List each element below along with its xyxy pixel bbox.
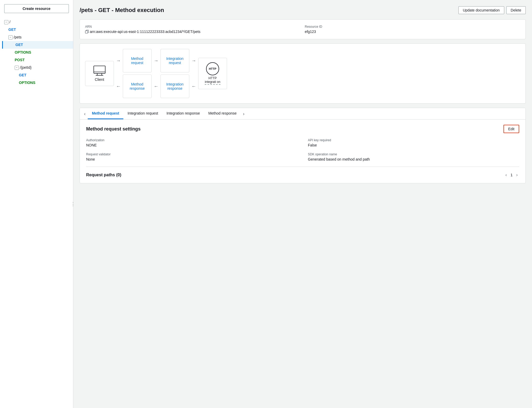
- page-number: 1: [511, 173, 513, 177]
- flow-diagram-card: Client → ← Methodrequest Methodresponse …: [80, 43, 526, 104]
- sdk-operation-label: SDK operation name: [308, 152, 519, 156]
- tree-label-pets-get: GET: [15, 42, 23, 48]
- tree-toggle-petid[interactable]: −: [15, 66, 19, 70]
- tree-item-pets[interactable]: − /pets: [2, 33, 73, 41]
- tree-item-root[interactable]: − /: [2, 18, 73, 26]
- tree-label-pets-post: POST: [15, 57, 25, 63]
- tree-toggle-root[interactable]: −: [4, 20, 8, 24]
- arn-section: ARN arn:aws:execute-api:us-east-1:111122…: [85, 25, 301, 34]
- method-response-label[interactable]: Methodresponse: [130, 82, 145, 90]
- client-monitor-icon: [93, 65, 106, 76]
- arrow-right-1: →: [114, 58, 123, 64]
- page-title: /pets - GET - Method execution: [80, 7, 164, 14]
- method-request-label[interactable]: Methodrequest: [131, 56, 143, 65]
- page-prev-button[interactable]: ‹: [504, 172, 508, 178]
- pagination: ‹ 1 ›: [504, 172, 519, 178]
- tree-item-pets-get[interactable]: GET: [2, 41, 73, 49]
- http-dashed-line: [205, 84, 221, 85]
- tree-item-petid[interactable]: − /{petId}: [2, 64, 73, 71]
- method-response-box[interactable]: Methodresponse: [123, 75, 152, 98]
- settings-section: Method request settings Edit Authorizati…: [80, 120, 525, 183]
- authorization-label: Authorization: [86, 138, 297, 142]
- main-content: /pets - GET - Method execution Update do…: [73, 0, 532, 408]
- tree-toggle-pets[interactable]: −: [8, 35, 13, 39]
- sdk-operation-value: Generated based on method and path: [308, 157, 519, 161]
- settings-title: Method request settings: [86, 126, 141, 132]
- client-box: Client: [85, 61, 114, 86]
- tab-method-response[interactable]: Method response: [204, 108, 241, 119]
- tree-item-pets-post[interactable]: POST: [2, 56, 73, 64]
- page-header: /pets - GET - Method execution Update do…: [80, 6, 526, 14]
- authorization-value: NONE: [86, 143, 297, 147]
- tabs-card: ‹ Method request Integration request Int…: [80, 108, 526, 183]
- tree-item-petid-options[interactable]: OPTIONS: [2, 79, 73, 87]
- arrow-col-2: → ←: [152, 49, 160, 98]
- client-label: Client: [95, 77, 104, 82]
- tab-method-request[interactable]: Method request: [88, 108, 123, 119]
- tree-label-root-get: GET: [8, 27, 16, 32]
- page-next-button[interactable]: ›: [515, 172, 519, 178]
- arrow-col-1: → ←: [114, 49, 123, 98]
- tab-next-button[interactable]: ›: [241, 111, 247, 116]
- resource-id-section: Resource ID efg123: [305, 25, 520, 34]
- authorization-item: Authorization NONE: [86, 138, 297, 147]
- integration-request-box[interactable]: Integrationrequest: [160, 49, 189, 72]
- tree-label-pets-options: OPTIONS: [15, 50, 31, 55]
- divider: [86, 167, 519, 167]
- arn-value: arn:aws:execute-api:us-east-1:1111222233…: [85, 30, 301, 34]
- http-label: HTTPintegrati on: [205, 76, 220, 84]
- tree-label-petid-options: OPTIONS: [19, 80, 35, 86]
- update-documentation-button[interactable]: Update documentation: [458, 6, 504, 14]
- request-paths-title: Request paths (0): [86, 173, 121, 177]
- resource-id-label: Resource ID: [305, 25, 520, 29]
- request-validator-item: Request validator None: [86, 152, 297, 161]
- integration-request-label[interactable]: Integrationrequest: [166, 56, 184, 65]
- tabs-header: ‹ Method request Integration request Int…: [80, 108, 525, 120]
- http-circle: HTTP: [206, 62, 219, 75]
- request-validator-value: None: [86, 157, 297, 161]
- svg-rect-0: [85, 31, 88, 33]
- api-key-value: False: [308, 143, 519, 147]
- integration-response-label[interactable]: Integrationresponse: [166, 82, 184, 90]
- settings-header: Method request settings Edit: [86, 125, 519, 133]
- tree-item-pets-options[interactable]: OPTIONS: [2, 49, 73, 56]
- http-integration-box: HTTP HTTPintegrati on: [198, 58, 227, 89]
- tab-integration-response[interactable]: Integration response: [162, 108, 204, 119]
- resource-id-value: efg123: [305, 30, 520, 34]
- tab-prev-button[interactable]: ‹: [82, 111, 88, 116]
- arn-label: ARN: [85, 25, 301, 29]
- method-col: Methodrequest Methodresponse: [123, 49, 152, 98]
- tree-label-petid: /{petId}: [20, 65, 31, 70]
- arrow-right-3: →: [189, 58, 198, 64]
- info-grid: ARN arn:aws:execute-api:us-east-1:111122…: [85, 25, 520, 34]
- request-validator-label: Request validator: [86, 152, 297, 156]
- method-request-box[interactable]: Methodrequest: [123, 49, 152, 72]
- resource-tree: − / GET − /pets GET OPTIONS POST − /{pet…: [0, 18, 73, 404]
- arrow-right-2: →: [152, 58, 160, 64]
- integration-response-box[interactable]: Integrationresponse: [160, 75, 189, 98]
- sdk-operation-item: SDK operation name Generated based on me…: [308, 152, 519, 161]
- tab-integration-request[interactable]: Integration request: [123, 108, 162, 119]
- copy-icon[interactable]: [85, 30, 89, 33]
- arrow-left-3: ←: [189, 84, 198, 89]
- tree-item-petid-get[interactable]: GET: [2, 71, 73, 79]
- edit-button[interactable]: Edit: [503, 125, 519, 133]
- create-resource-button[interactable]: Create resource: [4, 4, 69, 13]
- info-card: ARN arn:aws:execute-api:us-east-1:111122…: [80, 19, 526, 39]
- header-actions: Update documentation Delete: [458, 6, 526, 14]
- tree-item-root-get[interactable]: GET: [2, 26, 73, 33]
- api-key-label: API key required: [308, 138, 519, 142]
- flow-diagram: Client → ← Methodrequest Methodresponse …: [85, 49, 520, 98]
- settings-grid: Authorization NONE API key required Fals…: [86, 138, 519, 161]
- arrow-left-2: ←: [152, 84, 160, 89]
- delete-button[interactable]: Delete: [506, 6, 526, 14]
- sidebar-resize-handle[interactable]: ⋮: [72, 0, 74, 408]
- tree-label-root: /: [9, 19, 10, 25]
- tree-label-petid-get: GET: [19, 72, 26, 78]
- sidebar: Create resource − / GET − /pets GET OPTI…: [0, 0, 73, 408]
- arrow-col-3: → ←: [189, 49, 198, 98]
- api-key-item: API key required False: [308, 138, 519, 147]
- arrow-left-1: ←: [114, 84, 123, 89]
- svg-rect-1: [94, 66, 105, 73]
- integration-col: Integrationrequest Integrationresponse: [160, 49, 189, 98]
